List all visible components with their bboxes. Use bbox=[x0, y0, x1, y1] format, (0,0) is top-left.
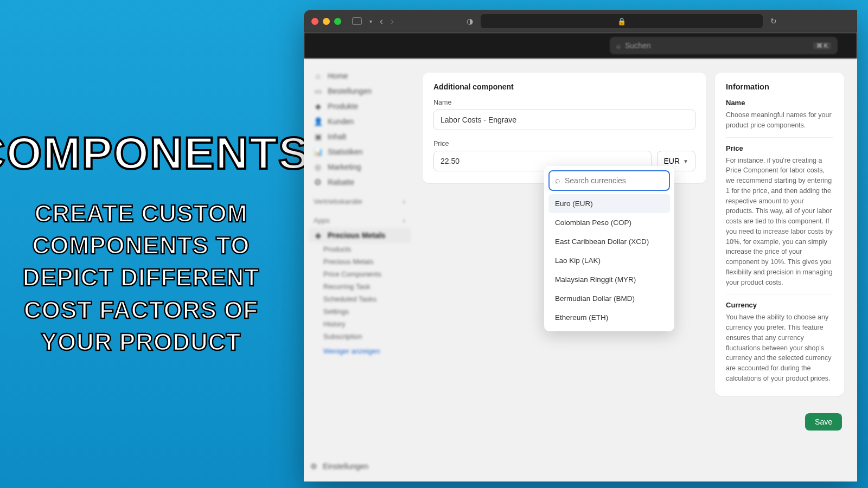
currency-code: EUR bbox=[664, 157, 680, 165]
sidebar-sub-price-components[interactable]: Price Components bbox=[308, 268, 411, 280]
traffic-lights[interactable] bbox=[311, 18, 341, 25]
currency-option-myr[interactable]: Malaysian Ringgit (MYR) bbox=[548, 270, 670, 289]
sidebar-sub-metals[interactable]: Precious Metals bbox=[308, 255, 411, 268]
save-button[interactable]: Save bbox=[805, 413, 842, 431]
gear-icon: ⚙ bbox=[310, 462, 317, 471]
sidebar-item-marketing[interactable]: ◎Marketing bbox=[308, 159, 411, 175]
card-title: Additional component bbox=[433, 82, 695, 91]
currency-dropdown: ⌕ Euro (EUR) Colombian Peso (COP) East C… bbox=[544, 166, 674, 331]
chevron-right-icon: › bbox=[403, 216, 405, 224]
info-title: Information bbox=[726, 82, 833, 91]
sidebar-collapse-link[interactable]: Weniger anzeigen bbox=[308, 343, 411, 359]
sidebar-item-content[interactable]: ▣Inhalt bbox=[308, 129, 411, 144]
sidebar-item-label: Inhalt bbox=[328, 132, 346, 141]
products-icon: ◆ bbox=[314, 102, 322, 111]
browser-window: ▾ ‹ › ◑ 🔒 ↻ ⌕ Suchen ⌘ K ⌂Home ▭Bestellu… bbox=[304, 10, 857, 481]
info-price-heading: Price bbox=[726, 144, 833, 152]
privacy-icon[interactable]: ◑ bbox=[467, 17, 473, 25]
currency-search-wrap: ⌕ bbox=[548, 170, 670, 191]
promo-panel: COMPONENTS CREATE CUSTOM COMPONENTS TO D… bbox=[0, 0, 282, 488]
sidebar-section-apps[interactable]: Apps› bbox=[308, 209, 411, 228]
sidebar-section-label: Vertriebskanäle bbox=[314, 197, 362, 206]
search-icon: ⌕ bbox=[616, 41, 621, 50]
promo-subtitle: CREATE CUSTOM COMPONENTS TO DEPICT DIFFE… bbox=[11, 197, 271, 358]
home-icon: ⌂ bbox=[314, 72, 322, 80]
currency-option-eth[interactable]: Ethereum (ETH) bbox=[548, 308, 670, 327]
info-currency-text: You have the ability to choose any curre… bbox=[726, 312, 833, 383]
forward-icon[interactable]: › bbox=[391, 16, 394, 27]
search-placeholder: Suchen bbox=[625, 41, 809, 50]
search-icon: ⌕ bbox=[555, 176, 560, 185]
sidebar-item-label: Bestellungen bbox=[328, 87, 372, 95]
sidebar-item-label: Produkte bbox=[328, 102, 358, 111]
sidebar-item-label: Rabatte bbox=[328, 178, 354, 187]
currency-search-input[interactable] bbox=[565, 176, 663, 185]
sidebar-sub-scheduled[interactable]: Scheduled Tasks bbox=[308, 293, 411, 305]
content-icon: ▣ bbox=[314, 132, 322, 141]
global-search[interactable]: ⌕ Suchen ⌘ K bbox=[610, 37, 838, 54]
info-name-heading: Name bbox=[726, 99, 833, 107]
reload-icon[interactable]: ↻ bbox=[770, 17, 777, 25]
currency-option-eur[interactable]: Euro (EUR) bbox=[548, 194, 670, 213]
orders-icon: ▭ bbox=[314, 87, 322, 95]
sidebar-sub-history[interactable]: History bbox=[308, 318, 411, 330]
chevron-down-icon[interactable]: ▾ bbox=[369, 18, 372, 24]
sidebar-toggle-icon[interactable] bbox=[352, 17, 362, 25]
sidebar-footer-label: Einstellungen bbox=[323, 462, 368, 471]
sidebar-item-label: Kunden bbox=[328, 117, 354, 126]
sidebar-item-discounts[interactable]: ✪Rabatte bbox=[308, 175, 411, 190]
information-card: Information Name Choose meaningful names… bbox=[715, 73, 844, 396]
info-price-text: For instance, if you're creating a Price… bbox=[726, 156, 833, 288]
sidebar-item-precious-metals[interactable]: ◆Precious Metals bbox=[308, 228, 411, 243]
sidebar-item-label: Precious Metals bbox=[328, 231, 386, 240]
sidebar-sub-settings[interactable]: Settings bbox=[308, 305, 411, 318]
promo-title: COMPONENTS bbox=[0, 130, 310, 176]
main-content: Additional component Name Price EUR ▼ bbox=[415, 59, 857, 481]
lock-icon: 🔒 bbox=[617, 17, 626, 25]
minimize-icon[interactable] bbox=[323, 18, 330, 25]
name-label: Name bbox=[433, 99, 695, 106]
sidebar-item-label: Home bbox=[328, 72, 348, 80]
sidebar-item-products[interactable]: ◆Produkte bbox=[308, 99, 411, 114]
mac-titlebar: ▾ ‹ › ◑ 🔒 ↻ bbox=[304, 10, 857, 33]
sidebar: ⌂Home ▭Bestellungen ◆Produkte 👤Kunden ▣I… bbox=[304, 59, 415, 481]
currency-option-cop[interactable]: Colombian Peso (COP) bbox=[548, 213, 670, 232]
sidebar-sub-products[interactable]: Products bbox=[308, 243, 411, 255]
currency-option-lak[interactable]: Lao Kip (LAK) bbox=[548, 251, 670, 270]
customers-icon: 👤 bbox=[314, 117, 322, 126]
info-currency-heading: Currency bbox=[726, 301, 833, 309]
sidebar-item-home[interactable]: ⌂Home bbox=[308, 68, 411, 84]
discounts-icon: ✪ bbox=[314, 178, 322, 187]
sidebar-sub-recurring[interactable]: Recurring Task bbox=[308, 280, 411, 293]
sidebar-item-orders[interactable]: ▭Bestellungen bbox=[308, 84, 411, 99]
price-label: Price bbox=[433, 140, 652, 147]
sidebar-item-label: Statistiken bbox=[328, 147, 363, 156]
currency-option-xcd[interactable]: East Caribbean Dollar (XCD) bbox=[548, 232, 670, 251]
maximize-icon[interactable] bbox=[334, 18, 341, 25]
sidebar-item-analytics[interactable]: 📊Statistiken bbox=[308, 144, 411, 159]
close-icon[interactable] bbox=[311, 18, 318, 25]
browser-controls: ▾ ‹ › bbox=[352, 16, 394, 27]
app-topbar: ⌕ Suchen ⌘ K bbox=[304, 33, 857, 59]
analytics-icon: 📊 bbox=[314, 147, 322, 156]
sidebar-item-label: Marketing bbox=[328, 163, 361, 171]
sidebar-item-customers[interactable]: 👤Kunden bbox=[308, 114, 411, 129]
info-name-text: Choose meaningful names for your product… bbox=[726, 110, 833, 131]
keyboard-shortcut: ⌘ K bbox=[813, 42, 831, 49]
sidebar-section-label: Apps bbox=[314, 216, 330, 224]
chevron-down-icon: ▼ bbox=[683, 158, 688, 164]
address-bar[interactable]: 🔒 bbox=[481, 14, 763, 28]
sidebar-sub-subscription[interactable]: Subscription bbox=[308, 330, 411, 343]
marketing-icon: ◎ bbox=[314, 163, 322, 171]
sidebar-settings[interactable]: ⚙Einstellungen bbox=[310, 462, 368, 471]
name-input[interactable] bbox=[433, 110, 695, 130]
back-icon[interactable]: ‹ bbox=[380, 16, 383, 27]
sidebar-section-channels[interactable]: Vertriebskanäle› bbox=[308, 190, 411, 209]
app-icon: ◆ bbox=[314, 231, 322, 240]
chevron-right-icon: › bbox=[403, 197, 405, 206]
currency-option-bmd[interactable]: Bermudian Dollar (BMD) bbox=[548, 289, 670, 308]
